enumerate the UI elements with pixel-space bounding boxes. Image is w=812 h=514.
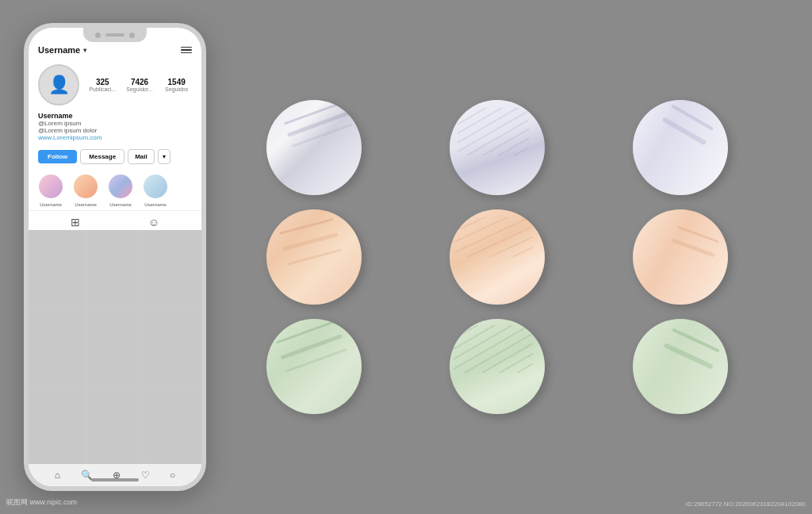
action-buttons: Follow Message Mail ▾ xyxy=(29,144,201,169)
phone-screen: Username ▾ 👤 325 Publicaci... 7426 Segui… xyxy=(29,28,201,486)
stat-following-number: 1549 xyxy=(168,78,186,86)
profile-stats: 325 Publicaci... 7426 Seguidor... 1549 S… xyxy=(87,78,192,92)
avatar-icon: 👤 xyxy=(48,75,70,95)
grid-cell-3[interactable] xyxy=(144,230,201,308)
grid-cell-2[interactable] xyxy=(86,230,144,308)
sensor-dot xyxy=(129,33,135,38)
marble-circle-peach-3 xyxy=(633,209,728,305)
header-chevron-icon[interactable]: ▾ xyxy=(83,47,86,54)
phone-notch xyxy=(83,28,147,42)
stat-posts-label: Publicaci... xyxy=(89,86,116,92)
marble-circle-peach-1 xyxy=(266,209,362,305)
header-username: Username ▾ xyxy=(38,45,86,55)
stat-followers-label: Seguidor... xyxy=(126,86,152,92)
story-item-3[interactable]: Username xyxy=(106,172,135,207)
marble-circle-green-3 xyxy=(633,319,728,414)
hamburger-menu-icon[interactable] xyxy=(181,47,192,54)
story-label-1: Username xyxy=(40,202,62,207)
stat-posts-number: 325 xyxy=(96,78,109,86)
bio-handle2: @Lorem ipsum dolor xyxy=(38,127,192,134)
home-nav-icon[interactable]: ⌂ xyxy=(55,470,60,481)
mail-button[interactable]: Mail xyxy=(128,149,155,164)
bio-section: Username @Lorem ipsum @Lorem ipsum dolor… xyxy=(29,110,201,144)
stat-following: 1549 Seguidos xyxy=(161,78,192,92)
stat-followers: 7426 Seguidor... xyxy=(124,78,155,92)
grid-cell-9[interactable] xyxy=(144,386,201,464)
grid-tab-icon[interactable]: ⊞ xyxy=(71,216,80,228)
marble-circle-green-2 xyxy=(450,319,545,414)
story-circle-1 xyxy=(36,172,65,201)
story-item-2[interactable]: Username xyxy=(71,172,100,207)
story-avatar-3 xyxy=(109,175,132,198)
profile-row: 👤 325 Publicaci... 7426 Seguidor... 1549… xyxy=(29,59,201,110)
grid-cell-4[interactable] xyxy=(29,309,86,386)
grid-cell-7[interactable] xyxy=(29,386,86,464)
story-avatar-2 xyxy=(74,175,98,198)
bio-name: Username xyxy=(38,112,192,120)
stat-followers-number: 7426 xyxy=(131,78,148,86)
grid-cell-5[interactable] xyxy=(86,309,144,386)
stat-following-label: Seguidos xyxy=(165,86,188,92)
story-label-2: Username xyxy=(75,202,97,207)
marble-circle-white-3 xyxy=(633,100,728,195)
watermark-id: ID:29652772 NO:20200623182204102080 xyxy=(686,501,806,508)
story-item-4[interactable]: Username xyxy=(141,172,170,207)
camera-dot xyxy=(95,33,101,38)
avatar: 👤 xyxy=(38,64,79,105)
heart-nav-icon[interactable]: ♡ xyxy=(141,470,150,481)
message-button[interactable]: Message xyxy=(80,149,124,164)
speaker-grill xyxy=(105,33,124,36)
story-label-4: Username xyxy=(144,202,167,207)
bio-link[interactable]: www.Loremipsum.com xyxy=(38,134,192,141)
story-item-1[interactable]: Username xyxy=(36,172,65,207)
bottom-nav: ⌂ 🔍 ⊕ ♡ ○ xyxy=(29,464,201,486)
marble-panel xyxy=(206,84,788,430)
marble-circle-green-1 xyxy=(266,319,362,414)
grid-cell-8[interactable] xyxy=(86,386,144,464)
stories-row: Username Username Username Username xyxy=(29,169,201,210)
grid-cell-6[interactable] xyxy=(144,309,201,386)
phone-mockup: Username ▾ 👤 325 Publicaci... 7426 Segui… xyxy=(24,23,206,491)
header-username-text: Username xyxy=(38,45,80,55)
bio-handle1: @Lorem ipsum xyxy=(38,120,192,127)
profile-nav-icon[interactable]: ○ xyxy=(170,470,175,481)
story-circle-2 xyxy=(71,172,100,201)
photo-grid xyxy=(29,230,201,464)
story-avatar-1 xyxy=(39,175,63,198)
stat-posts: 325 Publicaci... xyxy=(87,78,118,92)
follow-button[interactable]: Follow xyxy=(38,150,77,163)
story-circle-3 xyxy=(106,172,135,201)
marble-circle-white-2 xyxy=(450,100,545,195)
marble-circle-peach-2 xyxy=(450,209,545,305)
home-pill xyxy=(91,478,139,481)
story-label-3: Username xyxy=(109,202,132,207)
grid-cell-1[interactable] xyxy=(29,230,86,308)
tagged-tab-icon[interactable]: ☺ xyxy=(148,216,159,228)
story-circle-4 xyxy=(141,172,170,201)
watermark-site: 昵图网 www.nipic.com xyxy=(6,497,77,508)
marble-circle-white-1 xyxy=(266,100,362,195)
story-avatar-4 xyxy=(144,175,167,198)
more-options-button[interactable]: ▾ xyxy=(158,149,170,164)
profile-tabs: ⊞ ☺ xyxy=(29,210,201,230)
